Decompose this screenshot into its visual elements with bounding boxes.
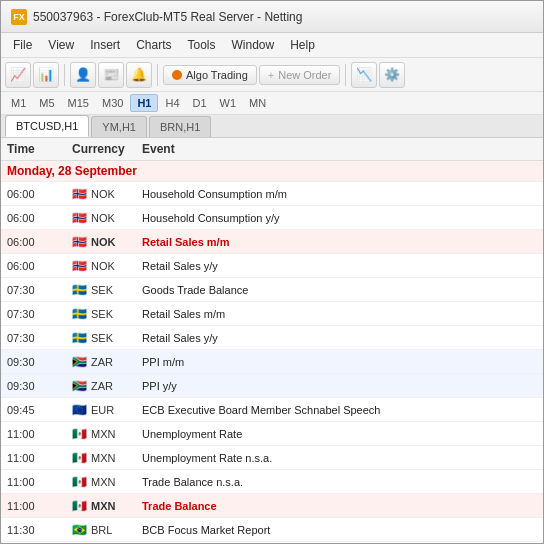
currency-cell: 🇳🇴 NOK [72, 260, 142, 272]
event-cell: Household Consumption m/m [142, 188, 537, 200]
menu-help[interactable]: Help [282, 35, 323, 55]
toolbar: 📈 📊 👤 📰 🔔 Algo Trading + New Order 📉 ⚙️ [1, 58, 543, 92]
event-cell: BCB Focus Market Report [142, 524, 537, 536]
time-cell: 06:00 [7, 188, 72, 200]
event-cell: Retail Sales m/m [142, 236, 537, 248]
sep2 [157, 64, 158, 86]
flag-icon: 🇲🇽 [72, 476, 87, 488]
flag-icon: 🇸🇪 [72, 308, 87, 320]
tf-h1[interactable]: H1 [130, 94, 158, 112]
calendar-header: Time Currency Event [1, 138, 543, 161]
settings-btn[interactable]: ⚙️ [379, 62, 405, 88]
tab-btcusd[interactable]: BTCUSD,H1 [5, 115, 89, 137]
flag-icon: 🇲🇽 [72, 428, 87, 440]
app-icon: FX [11, 9, 27, 25]
table-row: 09:30 🇿🇦 ZAR PPI y/y [1, 374, 543, 398]
tf-m1[interactable]: M1 [5, 95, 32, 111]
currency-code: BRL [91, 524, 112, 536]
table-row: 06:00 🇳🇴 NOK Retail Sales y/y [1, 254, 543, 278]
currency-cell: 🇲🇽 MXN [72, 428, 142, 440]
sound-btn[interactable]: 🔔 [126, 62, 152, 88]
menu-file[interactable]: File [5, 35, 40, 55]
day-header: Monday, 28 September [1, 161, 543, 182]
time-cell: 06:00 [7, 236, 72, 248]
profile-btn[interactable]: 👤 [70, 62, 96, 88]
event-cell: Trade Balance n.s.a. [142, 476, 537, 488]
currency-cell: 🇳🇴 NOK [72, 236, 142, 248]
currency-cell: 🇪🇺 EUR [72, 404, 142, 416]
time-cell: 07:30 [7, 332, 72, 344]
calendar-panel: Time Currency Event Monday, 28 September… [1, 138, 543, 543]
header-currency: Currency [72, 142, 142, 156]
currency-code: NOK [91, 260, 115, 272]
flag-icon: 🇲🇽 [72, 500, 87, 512]
currency-code: SEK [91, 284, 113, 296]
tf-d1[interactable]: D1 [187, 95, 213, 111]
currency-code: MXN [91, 452, 115, 464]
time-cell: 07:30 [7, 308, 72, 320]
event-cell: Goods Trade Balance [142, 284, 537, 296]
event-cell: PPI y/y [142, 380, 537, 392]
tf-mn[interactable]: MN [243, 95, 272, 111]
table-row: 11:00 🇲🇽 MXN Unemployment Rate [1, 422, 543, 446]
currency-code: SEK [91, 308, 113, 320]
currency-cell: 🇸🇪 SEK [72, 308, 142, 320]
flag-icon: 🇳🇴 [72, 188, 87, 200]
tf-h4[interactable]: H4 [159, 95, 185, 111]
main-window: FX 550037963 - ForexClub-MT5 Real Server… [0, 0, 544, 544]
event-cell: Retail Sales m/m [142, 308, 537, 320]
event-cell: Trade Balance [142, 500, 537, 512]
event-cell: Retail Sales y/y [142, 332, 537, 344]
currency-cell: 🇳🇴 NOK [72, 188, 142, 200]
flag-icon: 🇿🇦 [72, 356, 87, 368]
time-cell: 11:00 [7, 428, 72, 440]
flag-icon: 🇲🇽 [72, 452, 87, 464]
flag-icon: 🇿🇦 [72, 380, 87, 392]
currency-cell: 🇳🇴 NOK [72, 212, 142, 224]
algo-trading-button[interactable]: Algo Trading [163, 65, 257, 85]
menu-charts[interactable]: Charts [128, 35, 179, 55]
currency-code: NOK [91, 236, 115, 248]
menu-window[interactable]: Window [224, 35, 283, 55]
timeframe-bar: M1 M5 M15 M30 H1 H4 D1 W1 MN [1, 92, 543, 115]
table-row: 06:00 🇳🇴 NOK Retail Sales m/m [1, 230, 543, 254]
table-row: 06:00 🇳🇴 NOK Household Consumption y/y [1, 206, 543, 230]
currency-code: MXN [91, 476, 115, 488]
window-title: 550037963 - ForexClub-MT5 Real Server - … [33, 10, 302, 24]
currency-cell: 🇸🇪 SEK [72, 284, 142, 296]
line-btn[interactable]: 📊 [33, 62, 59, 88]
time-cell: 09:45 [7, 404, 72, 416]
currency-code: SEK [91, 332, 113, 344]
currency-code: MXN [91, 428, 115, 440]
table-row: 11:00 🇲🇽 MXN Unemployment Rate n.s.a. [1, 446, 543, 470]
menu-view[interactable]: View [40, 35, 82, 55]
tf-m15[interactable]: M15 [62, 95, 95, 111]
sep1 [64, 64, 65, 86]
menu-tools[interactable]: Tools [180, 35, 224, 55]
table-row: 11:30 🇧🇷 BRL BCB Focus Market Report [1, 518, 543, 542]
menu-insert[interactable]: Insert [82, 35, 128, 55]
currency-code: ZAR [91, 356, 113, 368]
currency-cell: 🇿🇦 ZAR [72, 380, 142, 392]
tab-ym[interactable]: YM,H1 [91, 116, 147, 137]
currency-code: EUR [91, 404, 114, 416]
event-cell: Unemployment Rate n.s.a. [142, 452, 537, 464]
time-cell: 11:00 [7, 476, 72, 488]
tf-m30[interactable]: M30 [96, 95, 129, 111]
currency-cell: 🇿🇦 ZAR [72, 356, 142, 368]
new-order-button[interactable]: + New Order [259, 65, 341, 85]
indicator-btn[interactable]: 📉 [351, 62, 377, 88]
news-btn[interactable]: 📰 [98, 62, 124, 88]
table-row: 11:00 🇲🇽 MXN Trade Balance n.s.a. [1, 470, 543, 494]
currency-cell: 🇧🇷 BRL [72, 524, 142, 536]
table-row: 07:30 🇸🇪 SEK Goods Trade Balance [1, 278, 543, 302]
table-row: 07:30 🇸🇪 SEK Retail Sales y/y [1, 326, 543, 350]
tf-m5[interactable]: M5 [33, 95, 60, 111]
flag-icon: 🇳🇴 [72, 212, 87, 224]
event-cell: ECB Executive Board Member Schnabel Spee… [142, 404, 537, 416]
tab-brn[interactable]: BRN,H1 [149, 116, 211, 137]
chart-btn[interactable]: 📈 [5, 62, 31, 88]
time-cell: 11:00 [7, 500, 72, 512]
chart-tabs: BTCUSD,H1 YM,H1 BRN,H1 [1, 115, 543, 138]
tf-w1[interactable]: W1 [214, 95, 243, 111]
